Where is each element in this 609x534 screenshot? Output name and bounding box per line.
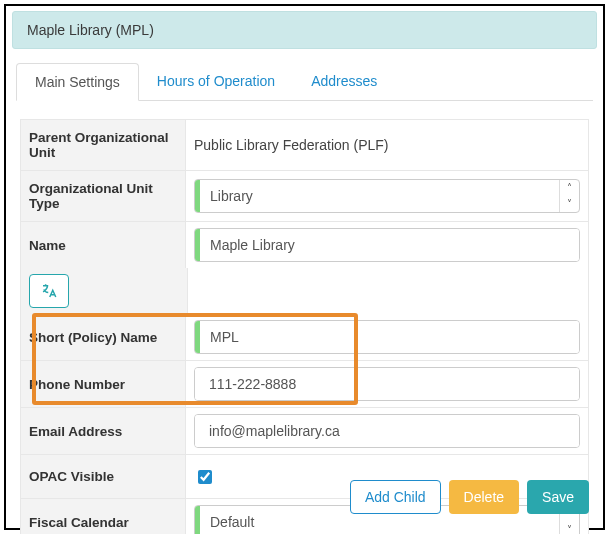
translate-button[interactable] xyxy=(29,274,69,308)
save-button[interactable]: Save xyxy=(527,480,589,514)
row-short-name: Short (Policy) Name xyxy=(20,314,589,361)
panel-header: Maple Library (MPL) xyxy=(12,11,597,49)
footer-actions: Add Child Delete Save xyxy=(350,480,589,514)
label-email: Email Address xyxy=(20,408,186,454)
chevron-up-icon[interactable]: ˄ xyxy=(560,180,579,196)
label-short-name: Short (Policy) Name xyxy=(20,314,186,360)
org-type-select[interactable]: ˄ ˅ xyxy=(194,179,580,213)
name-input-wrap xyxy=(194,228,580,262)
tab-addresses[interactable]: Addresses xyxy=(293,63,395,100)
row-org-type: Organizational Unit Type ˄ ˅ xyxy=(20,171,589,222)
org-type-spinner[interactable]: ˄ ˅ xyxy=(559,180,579,212)
label-parent-org: Parent Organizational Unit xyxy=(20,120,186,170)
label-name: Name xyxy=(20,222,186,268)
label-org-type: Organizational Unit Type xyxy=(20,171,186,221)
form-content: Parent Organizational Unit Public Librar… xyxy=(6,101,603,534)
tab-hours[interactable]: Hours of Operation xyxy=(139,63,293,100)
tab-bar: Main Settings Hours of Operation Address… xyxy=(16,63,593,101)
panel-title: Maple Library (MPL) xyxy=(27,22,154,38)
short-name-input-wrap xyxy=(194,320,580,354)
row-translate xyxy=(20,268,589,314)
tab-main-settings[interactable]: Main Settings xyxy=(16,63,139,101)
row-name: Name xyxy=(20,222,589,268)
row-phone: Phone Number xyxy=(20,361,589,408)
chevron-down-icon[interactable]: ˅ xyxy=(560,196,579,212)
delete-button[interactable]: Delete xyxy=(449,480,519,514)
label-opac: OPAC Visible xyxy=(20,455,186,498)
label-phone: Phone Number xyxy=(20,361,186,407)
name-input[interactable] xyxy=(200,229,579,261)
row-email: Email Address xyxy=(20,408,589,455)
parent-org-text: Public Library Federation (PLF) xyxy=(194,137,389,153)
translate-icon xyxy=(40,282,58,300)
label-fiscal: Fiscal Calendar xyxy=(20,499,186,534)
short-name-input[interactable] xyxy=(200,321,579,353)
org-type-input[interactable] xyxy=(200,180,559,212)
phone-input[interactable] xyxy=(195,368,579,400)
value-parent-org: Public Library Federation (PLF) xyxy=(186,120,589,170)
settings-panel: Maple Library (MPL) Main Settings Hours … xyxy=(4,4,605,530)
phone-input-wrap xyxy=(194,367,580,401)
add-child-button[interactable]: Add Child xyxy=(350,480,441,514)
email-input-wrap xyxy=(194,414,580,448)
email-input[interactable] xyxy=(195,415,579,447)
chevron-down-icon[interactable]: ˅ xyxy=(560,522,579,534)
opac-checkbox[interactable] xyxy=(198,470,212,484)
row-parent-org: Parent Organizational Unit Public Librar… xyxy=(20,119,589,171)
